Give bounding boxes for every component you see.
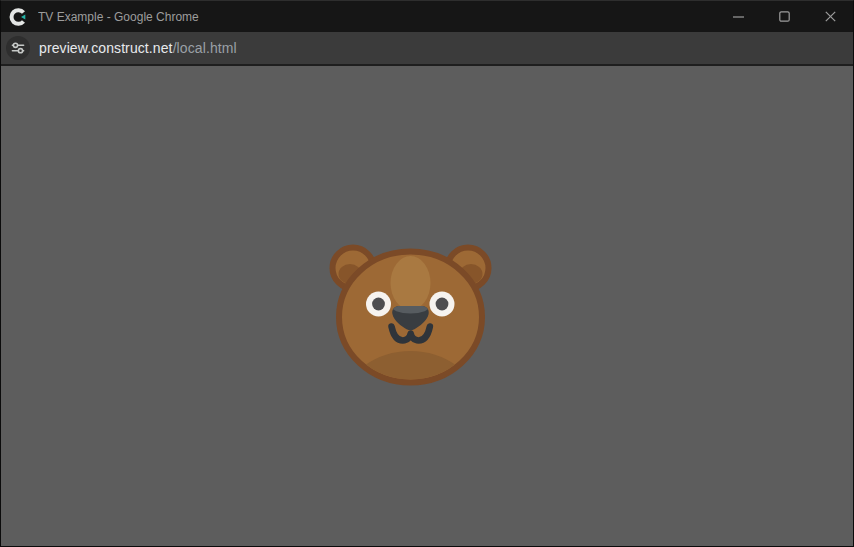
titlebar[interactable]: TV Example - Google Chrome — [1, 1, 853, 32]
minimize-icon — [733, 16, 744, 18]
bear-sprite — [329, 241, 493, 389]
close-button[interactable] — [807, 1, 853, 32]
window-controls — [715, 1, 853, 32]
browser-window: TV Example - Google Chrome — [0, 0, 854, 547]
site-settings-button[interactable] — [6, 36, 30, 60]
game-viewport[interactable] — [1, 66, 853, 546]
window-title: TV Example - Google Chrome — [38, 10, 715, 24]
url-domain: preview.construct.net — [39, 40, 173, 56]
maximize-button[interactable] — [761, 1, 807, 32]
close-icon — [825, 11, 836, 22]
maximize-icon — [779, 11, 790, 22]
bear-forehead-highlight — [391, 256, 431, 310]
address-bar[interactable]: preview.construct.net/local.html — [1, 32, 853, 66]
minimize-button[interactable] — [715, 1, 761, 32]
construct-logo-icon — [8, 6, 30, 28]
tune-icon — [9, 39, 27, 57]
url-text[interactable]: preview.construct.net/local.html — [39, 40, 237, 56]
url-path: /local.html — [173, 40, 237, 56]
